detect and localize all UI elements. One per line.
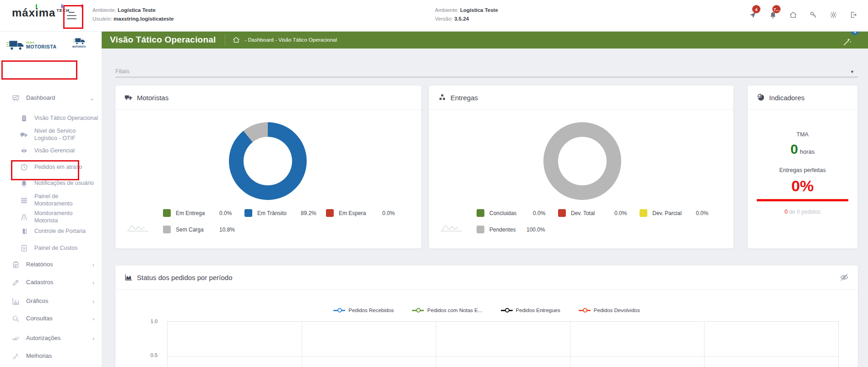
exit-icon [850,11,857,19]
logo-accent-green [36,4,37,8]
motoristas-card: Motoristas Em Entrega0.0% Em Trânsito89.… [115,86,421,248]
logo-motorista-text: MOTORISTA [26,44,57,49]
filiais-select[interactable]: Filiais ▼ [115,67,858,75]
sidebar-item-notificacoes-de-usuario[interactable]: Notificações de usuário [0,179,102,187]
status-chart-plot-area [167,321,839,367]
indicadores-card: Indicadores TMA 0horas Entregas perfeita… [748,86,857,248]
motoristas-legend-row-1: Em Entrega0.0% Em Trânsito89.2% Em Esper… [163,209,407,217]
top-bar: máxima TECH Ambiente: Logística Teste Us… [0,0,868,32]
sidebar-item-controle-de-portaria[interactable]: Controle de Portaria [0,227,102,235]
sidebar-logos: max MOTORISTA MOTORISTA [0,35,102,60]
notifications-button[interactable]: 7... [767,9,778,20]
entregas-legend-row-2: Pendentes100.0% [477,226,558,233]
sidebar-item-pedidos-em-atraso[interactable]: Pedidos em atraso [0,163,102,171]
truck-mini-icon [73,37,85,45]
grid-icon [20,196,28,204]
entregas-card: Entregas Concluidas0.0% Dev. Total0.0% D… [429,86,733,248]
red-underline-bar [757,199,848,201]
sidebar-item-painel-de-custos[interactable]: $ Painel de Custos [0,244,102,252]
line-marker [579,308,591,313]
sparkline-icon [441,221,463,232]
sidebar-item-melhorias[interactable]: Melhorias [0,352,102,360]
tma-value: 0 [790,141,798,157]
page-header-bar: Visão Tático Operacional - Dashboard - V… [102,31,868,49]
door-icon [20,227,28,235]
legend-item: Pendentes100.0% [477,226,558,233]
gear-icon [830,11,837,19]
sidebar-item-cadastros[interactable]: Cadastros › [0,279,102,286]
logo-accent-blue [61,4,63,8]
sidebar-item-nivel-servico-otif[interactable]: Nivel de Servico Logístico - OTIF [0,127,102,142]
logout-button[interactable] [848,9,859,20]
home-button[interactable] [787,9,798,20]
sidebar: max MOTORISTA MOTORISTA Dashboard ⌄ [0,31,102,367]
sidebar-item-monitoramento-motorista[interactable]: Monitoramento Motorista [0,210,102,225]
chevron-right-icon: › [92,262,94,268]
legend-item: Pedidos Entregues [501,308,560,313]
max-motorista-mini-logo: MOTORISTA [72,37,86,48]
y-axis-tick: 0.5 [144,352,157,358]
line-marker [333,308,345,313]
truck-icon [125,93,133,102]
card-title: Motoristas [137,94,168,102]
home-icon[interactable] [233,36,240,43]
entregas-donut-chart [543,122,621,200]
entregas-perfeitas-label: Entregas perfeitas [748,167,857,173]
eye-slash-icon[interactable] [840,273,849,282]
legend-swatch [477,226,484,233]
legend-item: Concluidas0.0% [477,209,558,217]
card-title: Indicadores [769,94,805,102]
entregas-legend-row-1: Concluidas0.0% Dev. Total0.0% Dev. Parci… [477,209,721,217]
sidebar-item-dashboard[interactable]: Dashboard ⌄ [0,94,102,102]
card-title: Status dos pedidos por período [137,274,232,281]
chevron-down-icon: ⌄ [90,95,94,102]
invoice-dollar-icon: $ [20,244,28,252]
sidebar-item-painel-de-monitoramento[interactable]: Painel de Monitoramento [0,193,102,208]
top-icon-bar: 4 7... [747,9,859,20]
line-marker [501,308,513,313]
search-icon [12,315,20,323]
legend-item: Em Espera0.0% [326,209,407,217]
legend-swatch [163,209,171,217]
breadcrumb-text: - Dashboard - Visão Tático Operacional [244,37,337,43]
donut-hole [558,137,607,185]
boxes-icon [438,93,446,102]
legend-item: Sem Carga10.8% [163,226,244,233]
bar-chart-icon [12,297,20,305]
eye-icon [20,147,28,155]
settings-button[interactable] [828,9,839,20]
sidebar-item-graficos[interactable]: Gráficos › [0,297,102,305]
chevron-right-icon: › [92,298,94,305]
key-icon [809,11,817,19]
bell-badge: 7... [772,5,781,13]
legend-swatch [558,209,566,217]
max-motorista-logo: max MOTORISTA [6,38,57,51]
legend-item: Pedidos Recebidos [333,308,394,313]
legend-swatch [640,209,647,217]
app-screen: máxima TECH Ambiente: Logística Teste Us… [0,0,868,367]
header-wand-button[interactable]: 1 [841,33,856,49]
legend-swatch [244,209,252,217]
hamburger-menu-button[interactable] [67,10,78,21]
filiais-underline [115,77,858,77]
key-button[interactable] [808,9,819,20]
sidebar-item-visao-gerencial[interactable]: Visão Gerencial [0,147,102,155]
pedidos-count-suffix: de 0 pedidos [787,209,820,215]
donut-hole [244,137,292,185]
sidebar-item-autorizacoes[interactable]: Autorizações › [0,335,102,342]
sidebar-item-visao-tatico-operacional[interactable]: Visão Tático Operacional [0,114,102,122]
chevron-right-icon: › [92,316,94,322]
sidebar-item-relatorios[interactable]: Relatórios › [0,261,102,269]
pencil-icon [12,279,20,286]
chevron-right-icon: › [92,335,94,342]
entregas-perfeitas-value: 0% [791,177,814,194]
sidebar-item-consultas[interactable]: Consultas › [0,315,102,323]
legend-item: Dev. Total0.0% [558,209,640,217]
send-notifications-button[interactable]: 4 [747,9,758,20]
legend-item: Em Entrega0.0% [163,209,244,217]
mini-logo-text: MOTORISTA [72,46,86,48]
header-divider [225,34,225,45]
line-marker [412,308,424,313]
legend-item: Pedidos Devolvidos [579,308,640,313]
dashboard-chart-icon [12,94,20,102]
